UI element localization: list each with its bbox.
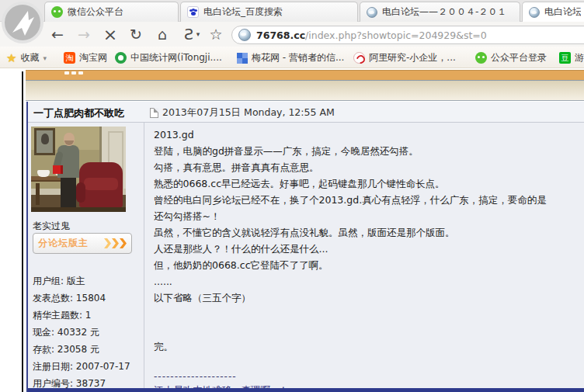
- author-stats: 用户组: 版主 发表总数: 15804 精华主题数: 1 现金: 40332 元…: [33, 272, 141, 392]
- avatar-red-box: [53, 165, 63, 174]
- clipped-text-fragment: [71, 71, 76, 75]
- post-line: [154, 355, 579, 371]
- tab-title: 微信公众平台: [68, 5, 123, 19]
- bookmark-taobao[interactable]: 淘 淘宝网: [64, 51, 107, 64]
- post-line: 登陆，电脑的gd拼音显示——广东，搞定，今晚居然还勾搭。: [154, 143, 579, 159]
- post-line: 以下省略（三五个字）: [154, 290, 579, 306]
- forum-orange-bar: [26, 70, 584, 80]
- post-line: 勾搭，真有意思。拼音真真有点意思。: [154, 159, 579, 175]
- browser-logo-arrow: [5, 5, 40, 40]
- post-author-name[interactable]: 一丁点肥肉都不敢吃: [33, 106, 124, 120]
- browser-logo[interactable]: [2, 2, 43, 43]
- column-divider: [144, 102, 144, 392]
- avatar-man-legs: [61, 178, 76, 207]
- bookmark-wechat-login[interactable]: 公众平台登录: [475, 51, 547, 64]
- page-left-border: [22, 71, 23, 392]
- back-button[interactable]: ←: [47, 24, 68, 44]
- url-path: /index.php?showtopic=204929&st=0: [305, 29, 487, 41]
- bookmark-label: 中国统计网(iTongji....: [130, 51, 222, 64]
- post-line: 熟悉的0668.cc早已经远去。好事吧，起码键盘那几个键性命长点。: [154, 175, 579, 192]
- post-line: 虽然，不懂它的含义就说轻浮有点没礼貌。虽然，版面还是那个版面。: [154, 224, 579, 241]
- post-line: 完。: [154, 338, 579, 355]
- avatar-red-armchair: [79, 162, 123, 207]
- tab-title: 电白论坛 -: [544, 5, 581, 19]
- bookmark-label: 公众平台登录: [491, 51, 547, 64]
- browser-window: 微信公众平台 电白论坛_百度搜索 电白论坛——２００４-２０１ 电白论坛 - ←…: [0, 0, 584, 392]
- favorites-label: 收藏: [20, 51, 39, 64]
- post-header-row: 一丁点肥肉都不敢吃 2013年07月15日 Monday, 12:55 AM: [28, 102, 584, 123]
- chevron-right-icon: [112, 238, 119, 248]
- gesture-dropdown-caret[interactable]: ▾: [193, 24, 203, 44]
- bookmark-label: 梅花网 - 营销者的信...: [252, 51, 344, 64]
- avatar-man-head: [64, 133, 75, 146]
- post-table: 一丁点肥肉都不敢吃 2013年07月15日 Monday, 12:55 AM 老…: [26, 102, 584, 392]
- signature-separator: --------------------: [154, 371, 579, 382]
- refresh-button[interactable]: ↻: [125, 24, 147, 44]
- stat-savings: 存款: 23058 元: [33, 341, 141, 358]
- itongji-icon: [115, 52, 127, 64]
- bookmark-star-button[interactable]: ☆: [205, 24, 227, 44]
- tab-title: 电白论坛_百度搜索: [203, 5, 283, 19]
- tab-title: 电白论坛——２００４-２０１: [382, 5, 506, 19]
- bookmark-label: 阿里研究-小企业，...: [369, 51, 456, 64]
- tab-baidu-search[interactable]: 电白论坛_百度搜索: [180, 2, 358, 22]
- post-line: 2013.gd: [154, 127, 579, 143]
- post-date-text: 2013年07月15日 Monday, 12:55 AM: [162, 106, 335, 120]
- wechat-icon: [51, 6, 63, 18]
- tab-forum-topic[interactable]: 电白论坛 -: [522, 2, 584, 22]
- bookmark-aliresearch[interactable]: 阿里研究-小企业，...: [353, 51, 456, 64]
- post-line: 但，他奶奶的0668.cc它登陆不了了啊。: [154, 257, 579, 273]
- home-button[interactable]: ⌂: [151, 24, 173, 44]
- favorites-menu[interactable]: ★ 收藏 ▾: [6, 51, 47, 64]
- globe-icon: [529, 7, 540, 18]
- chevron-right-icon: [104, 238, 111, 248]
- moderator-badge[interactable]: 分论坛版主: [33, 233, 132, 254]
- post-line: [154, 306, 579, 322]
- tab-forum-2004[interactable]: 电白论坛——２００４-２０１: [360, 2, 520, 22]
- bookmark-douban[interactable]: 豆 游: [559, 51, 584, 64]
- post-body: 2013.gd 登陆，电脑的gd拼音显示——广东，搞定，今晚居然还勾搭。 勾搭，…: [154, 127, 579, 392]
- avatar-teacup: [37, 170, 50, 177]
- post-date: 2013年07月15日 Monday, 12:55 AM: [150, 106, 335, 120]
- avatar-portrait-frame: [34, 128, 55, 155]
- stat-featured-topics: 精华主题数: 1: [33, 307, 141, 324]
- baidu-icon: [187, 6, 199, 18]
- moderator-badge-label: 分论坛版主: [38, 237, 103, 250]
- post-line: 人还是那些人？！什么的什么还是什么...: [154, 241, 579, 257]
- aliresearch-icon: [353, 52, 365, 64]
- stat-cash: 现金: 40332 元: [33, 324, 141, 341]
- stat-user-group: 用户组: 版主: [33, 272, 141, 290]
- bookmark-meihua[interactable]: 梅花网 - 营销者的信...: [237, 51, 344, 64]
- bookmark-label: 游: [575, 51, 584, 64]
- url-domain: 76768.cc: [256, 29, 305, 41]
- taobao-icon: 淘: [64, 52, 75, 64]
- bookmark-itongji[interactable]: 中国统计网(iTongji....: [115, 51, 222, 64]
- next-section-header-strip: [28, 388, 584, 392]
- post-line: ......: [154, 273, 579, 290]
- tab-wechat-platform[interactable]: 微信公众平台: [44, 2, 179, 22]
- post-document-icon[interactable]: [150, 108, 158, 118]
- chevron-right-icon: [120, 238, 127, 248]
- stop-button[interactable]: ×: [99, 24, 121, 44]
- globe-icon: [367, 7, 377, 18]
- post-line: 还勾勾搭搭~！: [154, 208, 579, 224]
- post-line: [154, 322, 579, 338]
- clipped-text-fragment: [64, 71, 69, 75]
- address-bar[interactable]: 76768.cc /index.php?showtopic=204929&st=…: [231, 26, 584, 44]
- chevron-down-icon: ▾: [43, 54, 47, 62]
- stat-register-date: 注册日期: 2007-07-17: [33, 358, 141, 375]
- forward-button[interactable]: →: [73, 24, 95, 44]
- stat-post-count: 发表总数: 15804: [33, 290, 141, 307]
- douban-icon: 豆: [559, 52, 571, 64]
- post-line: 曾经的电白同乡论坛已经不在，换了个2013.gd.真心有点轻浮，什么广东，搞定，…: [154, 192, 579, 208]
- author-nickname: 老实过鬼: [33, 220, 70, 233]
- clipped-text-fragment: [78, 71, 83, 75]
- favorites-star-icon: ★: [6, 51, 16, 65]
- avatar: [31, 127, 126, 212]
- wechat-icon: [475, 52, 487, 64]
- forum-gradient-bar: [26, 80, 584, 101]
- meihua-icon: [237, 53, 248, 64]
- bookmark-label: 淘宝网: [79, 51, 107, 64]
- site-globe-icon: [238, 29, 251, 41]
